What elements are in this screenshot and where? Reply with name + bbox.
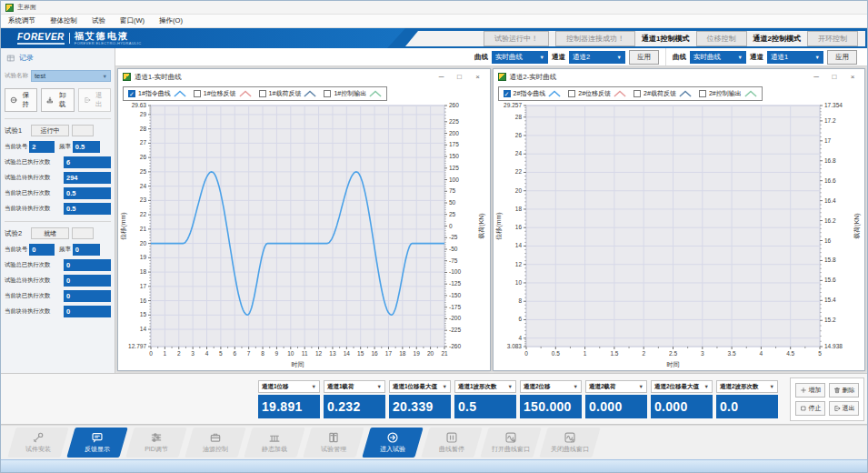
data-field-header-dropdown[interactable]: 通道2位移▼ [520, 380, 582, 393]
legend-checkbox[interactable] [324, 90, 331, 97]
apply-button[interactable]: 应用 [827, 50, 857, 65]
data-field-6: 通道2位移最大值▼0.000 [651, 380, 713, 418]
toolbar-button-2[interactable]: PID调节 [128, 428, 185, 458]
close-icon[interactable]: × [471, 73, 485, 81]
svg-text:4.5: 4.5 [786, 350, 794, 357]
svg-text:26: 26 [140, 154, 147, 160]
data-field-header-dropdown[interactable]: 通道1载荷▼ [324, 380, 385, 393]
legend-item-1[interactable]: 2#位移反馈 [568, 89, 626, 98]
menu-item-1[interactable]: 整体控制 [43, 16, 85, 25]
menu-item-2[interactable]: 试验 [85, 16, 113, 25]
test-name-dropdown[interactable]: test ▼ [31, 70, 111, 82]
exit-icon [84, 96, 91, 104]
toolbar-button-3[interactable]: 油源控制 [187, 428, 244, 458]
legend-item-2[interactable]: 2#载荷反馈 [634, 89, 692, 98]
menu-item-4[interactable]: 操作(O) [152, 16, 190, 25]
legend-item-1[interactable]: 1#位移反馈 [194, 89, 252, 98]
channel1-mode-button[interactable]: 位移控制 [696, 31, 747, 46]
toolbar-button-8[interactable]: 打开曲线窗口 [483, 428, 539, 458]
svg-text:8: 8 [261, 350, 264, 357]
close-icon[interactable]: × [845, 73, 860, 81]
button-label: 退出 [93, 91, 105, 109]
svg-text:20: 20 [427, 350, 434, 357]
data-field-header-dropdown[interactable]: 通道1波形次数▼ [454, 380, 516, 393]
toolbar-button-1[interactable]: 反馈显示 [69, 428, 125, 458]
legend-item-3[interactable]: 1#控制输出 [324, 89, 382, 98]
maximize-icon[interactable]: □ [827, 73, 842, 81]
toolbar-button-4[interactable]: 静态加载 [246, 428, 303, 458]
legend-box: ✓1#指令曲线1#位移反馈1#载荷反馈1#控制输出 [123, 86, 387, 101]
unload-icon [46, 96, 54, 104]
svg-text:3: 3 [191, 350, 195, 357]
legend-checkbox[interactable]: ✓ [128, 90, 135, 97]
legend-item-0[interactable]: ✓1#指令曲线 [128, 89, 186, 98]
status-button-1[interactable]: 控制器连接成功！ [555, 31, 635, 46]
data-field-header-dropdown[interactable]: 通道2载荷▼ [585, 380, 647, 393]
legend-checkbox[interactable] [699, 90, 706, 97]
svg-text:100: 100 [449, 176, 459, 183]
channel-dropdown[interactable]: 通道1▼ [767, 51, 823, 64]
stop-button[interactable]: 停止 [795, 401, 825, 416]
toolbar-button-9[interactable]: 关闭曲线窗口 [542, 428, 598, 458]
channel-dropdown[interactable]: 通道2▼ [569, 51, 625, 64]
channel2-mode-button[interactable]: 开环控制 [807, 31, 858, 46]
legend-checkbox[interactable] [259, 90, 266, 97]
svg-text:225: 225 [449, 118, 459, 125]
stat-value: 0 [64, 290, 111, 302]
data-field-header-dropdown[interactable]: 通道2波形次数▼ [716, 380, 778, 393]
channel-value: 通道2 [573, 53, 590, 62]
exit-button[interactable]: 退出 [829, 401, 859, 416]
svg-text:3.083: 3.083 [506, 343, 522, 349]
legend-checkbox[interactable] [634, 90, 641, 97]
delete-button[interactable]: 删除 [829, 383, 859, 398]
chart-plot-area: 012345678910111213141516171819202129.632… [118, 102, 490, 370]
brand-name-en: FOREVER [17, 32, 65, 45]
svg-text:25: 25 [449, 211, 456, 217]
unload-button[interactable]: 卸载 [41, 88, 74, 112]
svg-text:11: 11 [302, 350, 308, 357]
data-field-header-dropdown[interactable]: 通道1位移▼ [258, 380, 320, 393]
maximize-icon[interactable]: □ [453, 73, 467, 81]
curve-type-dropdown[interactable]: 实时曲线▼ [690, 51, 746, 64]
toolbar-button-6[interactable]: 进入试验 [364, 428, 421, 458]
apply-button[interactable]: 应用 [629, 50, 659, 65]
svg-text:2: 2 [642, 350, 645, 357]
svg-text:20: 20 [514, 187, 522, 194]
legend-line-swatch [369, 90, 382, 97]
svg-text:-260: -260 [449, 343, 461, 349]
menu-item-3[interactable]: 窗口(W) [113, 16, 152, 25]
minimize-icon[interactable]: ─ [809, 73, 823, 81]
svg-text:15: 15 [140, 311, 147, 317]
hold-button[interactable]: 保持 [5, 88, 37, 112]
curve-type-dropdown[interactable]: 实时曲线▼ [492, 51, 548, 64]
data-field-5: 通道2载荷▼0.000 [585, 380, 647, 418]
toolbar-button-0[interactable]: 试件安装 [10, 428, 66, 458]
menu-item-0[interactable]: 系统调节 [1, 16, 43, 25]
test-status-extra-field [72, 125, 94, 136]
status-button-0[interactable]: 试验运行中！ [484, 31, 549, 46]
svg-text:21: 21 [140, 226, 147, 232]
svg-text:0: 0 [524, 350, 528, 357]
svg-text:14: 14 [344, 350, 351, 357]
legend-checkbox[interactable]: ✓ [504, 90, 511, 97]
toolbar-button-7[interactable]: 曲线暂停 [424, 428, 480, 458]
data-field-header-dropdown[interactable]: 通道1位移最大值▼ [389, 380, 451, 393]
svg-text:5: 5 [818, 350, 822, 357]
chevron-down-icon: ▼ [770, 384, 774, 389]
legend-item-2[interactable]: 1#载荷反馈 [259, 89, 317, 98]
legend-item-0[interactable]: ✓2#指令曲线 [504, 89, 562, 98]
add-button[interactable]: 增加 [795, 383, 825, 398]
sidebar-exit-button[interactable]: 退出 [78, 88, 111, 112]
data-field-label: 通道1载荷 [327, 383, 354, 391]
button-label: 退出 [843, 404, 855, 413]
legend-checkbox[interactable] [568, 90, 575, 97]
svg-text:16.4: 16.4 [824, 197, 836, 204]
toolbar-button-5[interactable]: 试验管理 [305, 428, 362, 458]
svg-text:14: 14 [140, 326, 147, 332]
data-field-header-dropdown[interactable]: 通道2位移最大值▼ [651, 380, 713, 393]
block-number-label: 当前块号 [5, 246, 27, 254]
minimize-icon[interactable]: ─ [434, 73, 449, 81]
legend-checkbox[interactable] [194, 90, 201, 97]
legend-item-3[interactable]: 2#控制输出 [699, 89, 757, 98]
svg-text:22: 22 [140, 211, 147, 217]
